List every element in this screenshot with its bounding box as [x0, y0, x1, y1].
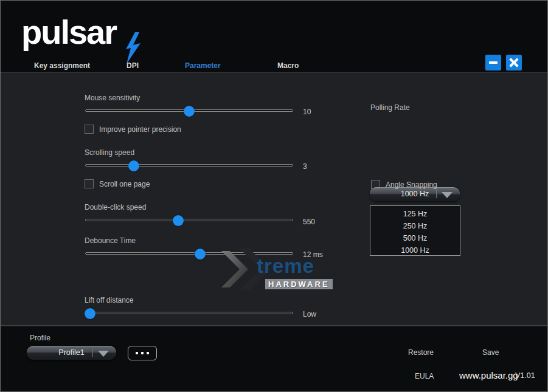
- lift-off-distance-value: Low: [303, 310, 316, 318]
- polling-rate-options-list: 125 Hz 250 Hz 500 Hz 1000 Hz: [370, 205, 460, 256]
- save-button[interactable]: Save: [482, 348, 499, 357]
- chevron-down-icon: [98, 351, 109, 357]
- polling-rate-dropdown[interactable]: 1000 Hz: [370, 187, 460, 201]
- improve-pointer-precision-checkbox[interactable]: Improve pointer precision: [85, 125, 181, 134]
- mouse-sensitivity-label: Mouse sensitivity: [85, 94, 140, 102]
- scrolling-speed-thumb[interactable]: [128, 160, 139, 171]
- mouse-sensitivity-value: 10: [303, 108, 311, 116]
- version-text: V1.01: [515, 371, 535, 380]
- double-click-speed-value: 550: [303, 218, 315, 226]
- scroll-one-page-checkbox[interactable]: Scroll one page: [85, 179, 150, 188]
- scrolling-speed-label: Scrolling speed: [85, 148, 134, 157]
- profile-label: Profile: [30, 334, 50, 342]
- polling-option-125[interactable]: 125 Hz: [370, 208, 460, 220]
- checkbox-box[interactable]: [85, 125, 94, 134]
- watermark-hardware-text: HARDWARE: [265, 279, 333, 289]
- close-button[interactable]: [506, 55, 522, 70]
- mouse-sensitivity-thumb[interactable]: [184, 106, 195, 117]
- website-link[interactable]: www.pulsar.gg: [459, 370, 518, 380]
- lift-off-distance-label: Lift off distance: [85, 296, 134, 304]
- mouse-sensitivity-slider[interactable]: [85, 106, 293, 117]
- lift-off-distance-slider[interactable]: [85, 308, 293, 319]
- polling-option-250[interactable]: 250 Hz: [370, 220, 460, 232]
- header: pulsar Key assignment DPI Parameter Macr…: [1, 1, 547, 73]
- checkbox-box[interactable]: [85, 179, 94, 188]
- chevron-down-icon: [442, 192, 453, 198]
- double-click-speed-label: Double-click speed: [85, 203, 146, 211]
- footer: Profile Profile1 Restore Save EULA www.p…: [1, 326, 547, 392]
- tab-parameter[interactable]: Parameter: [185, 61, 221, 70]
- ellipsis-icon: [136, 352, 138, 354]
- debounce-time-value: 12 ms: [303, 250, 323, 259]
- polling-option-500[interactable]: 500 Hz: [370, 232, 460, 244]
- checkbox-box[interactable]: [371, 180, 380, 189]
- angle-snapping-checkbox[interactable]: Angle Snapping: [371, 180, 437, 189]
- minimize-icon: [489, 61, 498, 64]
- polling-option-1000[interactable]: 1000 Hz: [370, 244, 460, 256]
- minimize-button[interactable]: [485, 55, 501, 70]
- scrolling-speed-slider[interactable]: [85, 160, 293, 171]
- tab-key-assignment[interactable]: Key assignment: [34, 61, 90, 70]
- parameter-panel: Mouse sensitivity 10 Improve pointer pre…: [1, 74, 547, 326]
- lightning-bolt-icon: [125, 32, 142, 64]
- profile-more-button[interactable]: [128, 346, 157, 360]
- polling-rate-label: Polling Rate: [370, 103, 410, 112]
- double-click-speed-slider[interactable]: [85, 215, 293, 226]
- debounce-time-slider[interactable]: [85, 249, 293, 260]
- app-window: pulsar Key assignment DPI Parameter Macr…: [0, 0, 548, 392]
- scrolling-speed-value: 3: [303, 162, 307, 171]
- pulsar-logo: pulsar: [21, 15, 116, 49]
- debounce-time-label: Debounce Time: [85, 236, 136, 245]
- eula-link[interactable]: EULA: [415, 372, 434, 380]
- lift-off-distance-thumb[interactable]: [85, 308, 95, 319]
- debounce-time-thumb[interactable]: [195, 249, 206, 260]
- profile-dropdown[interactable]: Profile1: [27, 346, 116, 360]
- tab-macro[interactable]: Macro: [277, 61, 299, 70]
- double-click-speed-thumb[interactable]: [173, 215, 184, 226]
- restore-button[interactable]: Restore: [408, 348, 434, 357]
- tab-dpi[interactable]: DPI: [127, 61, 139, 70]
